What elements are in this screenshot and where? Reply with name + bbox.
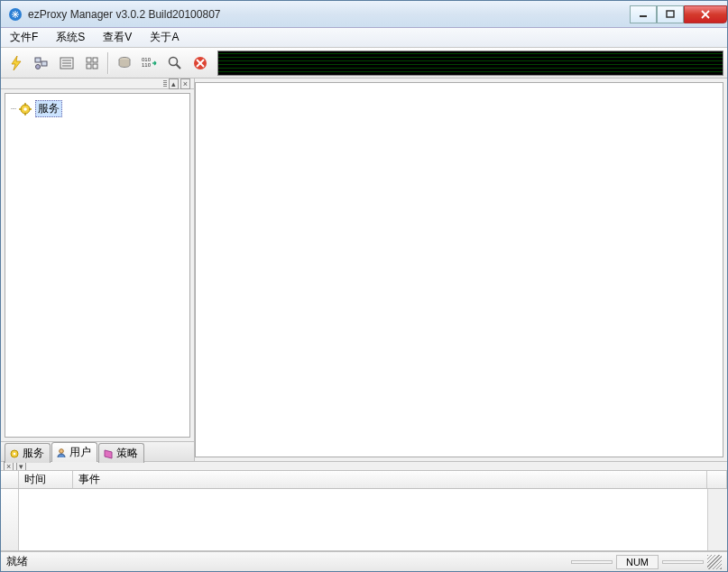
- statusbar: 就绪 NUM: [1, 551, 727, 571]
- svg-line-20: [177, 64, 181, 69]
- status-cell-empty-2: [662, 560, 704, 564]
- gear-icon: [9, 448, 20, 459]
- search-icon[interactable]: [163, 51, 187, 75]
- main-split: ▴ × ┈ 服务: [1, 78, 727, 461]
- svg-point-32: [60, 448, 64, 453]
- tree-root-label[interactable]: 服务: [35, 100, 62, 117]
- menu-file[interactable]: 文件F: [6, 28, 41, 47]
- titlebar[interactable]: ezProxy Manager v3.0.2 Build20100807: [1, 1, 727, 28]
- grip-icon: [163, 80, 167, 88]
- list-icon[interactable]: [55, 51, 78, 75]
- svg-point-31: [14, 452, 16, 455]
- content-area: [195, 82, 723, 457]
- event-list-header: 时间 事件: [1, 471, 727, 489]
- close-button[interactable]: [684, 5, 727, 23]
- svg-rect-5: [35, 58, 41, 62]
- status-cell-empty-1: [571, 560, 613, 564]
- svg-rect-14: [87, 64, 91, 69]
- event-panel: 时间 事件: [1, 470, 727, 551]
- tab-services-label: 服务: [23, 446, 44, 461]
- tab-policies[interactable]: 策略: [98, 443, 144, 463]
- grid-icon[interactable]: [80, 51, 104, 75]
- toolbar: 010110: [1, 48, 727, 78]
- tab-users-label: 用户: [69, 445, 91, 460]
- menubar: 文件F 系统S 查看V 关于A: [1, 28, 727, 48]
- svg-point-7: [36, 64, 41, 69]
- list-handle-gutter: [1, 489, 19, 550]
- tree-view[interactable]: ┈ 服务: [5, 93, 190, 438]
- tree-connector-icon: ┈: [11, 104, 15, 114]
- panel-close-icon[interactable]: ×: [180, 78, 190, 89]
- event-list-body[interactable]: [1, 489, 727, 551]
- collapse-arrow-icon[interactable]: ▴: [169, 78, 179, 89]
- app-icon: [8, 7, 23, 22]
- activity-monitor: [217, 51, 723, 76]
- svg-point-25: [23, 107, 27, 111]
- maximize-button[interactable]: [657, 5, 684, 23]
- svg-rect-13: [93, 58, 97, 62]
- event-list-content: [19, 489, 707, 550]
- body-area: ▴ × ┈ 服务: [1, 78, 727, 551]
- devices-icon[interactable]: [30, 51, 53, 75]
- app-window: ezProxy Manager v3.0.2 Build20100807 文件F…: [0, 0, 728, 572]
- panel-handle[interactable]: ▴ ×: [1, 78, 194, 89]
- tab-users[interactable]: 用户: [51, 442, 97, 462]
- stop-icon[interactable]: [189, 51, 212, 75]
- svg-rect-12: [87, 58, 91, 62]
- window-buttons: [630, 5, 727, 23]
- svg-text:110: 110: [142, 62, 152, 68]
- row-handle-column: [1, 471, 19, 488]
- left-tabstrip: 服务 用户 策略: [1, 441, 194, 461]
- status-ready: 就绪: [6, 554, 567, 569]
- tab-services[interactable]: 服务: [5, 443, 51, 463]
- status-numlock: NUM: [616, 555, 659, 569]
- column-time[interactable]: 时间: [19, 471, 73, 488]
- menu-about[interactable]: 关于A: [146, 28, 182, 47]
- disk-icon[interactable]: [113, 51, 136, 75]
- svg-rect-2: [667, 11, 674, 17]
- svg-rect-6: [41, 61, 47, 66]
- resize-grip-icon[interactable]: [707, 555, 722, 569]
- column-scroll-gutter: [707, 471, 727, 488]
- book-icon: [103, 448, 114, 459]
- menu-view[interactable]: 查看V: [99, 28, 135, 47]
- binary-arrow-icon[interactable]: 010110: [138, 51, 161, 75]
- gear-icon: [19, 103, 32, 115]
- left-pane: ▴ × ┈ 服务: [1, 78, 195, 461]
- column-event[interactable]: 事件: [73, 471, 707, 488]
- minimize-button[interactable]: [630, 5, 657, 23]
- user-icon: [56, 447, 67, 458]
- tree-root-node[interactable]: ┈ 服务: [9, 99, 186, 118]
- svg-point-19: [170, 57, 178, 65]
- tab-policies-label: 策略: [116, 446, 138, 461]
- toolbar-separator: [107, 52, 109, 74]
- menu-system[interactable]: 系统S: [52, 28, 88, 47]
- svg-rect-15: [93, 64, 97, 69]
- lightning-icon[interactable]: [5, 51, 28, 75]
- vertical-scrollbar[interactable]: [707, 489, 727, 550]
- window-title: ezProxy Manager v3.0.2 Build20100807: [28, 8, 630, 21]
